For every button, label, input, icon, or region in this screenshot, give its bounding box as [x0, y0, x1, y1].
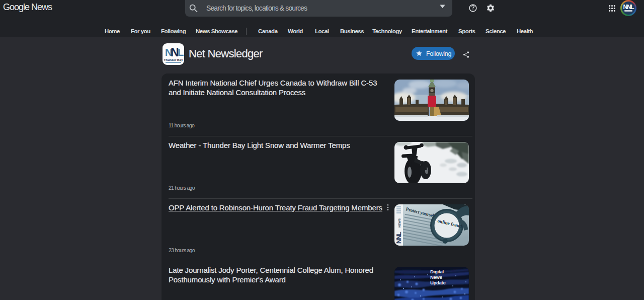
svg-text:Thunder Bay: Thunder Bay	[164, 58, 183, 61]
svg-text:News: News	[430, 274, 442, 280]
svg-text:L: L	[178, 47, 184, 58]
svg-text:NEWS: NEWS	[398, 218, 401, 228]
svg-text:Digital: Digital	[430, 269, 444, 274]
svg-text:NNL: NNL	[395, 232, 403, 244]
svg-text:Update: Update	[430, 280, 445, 285]
